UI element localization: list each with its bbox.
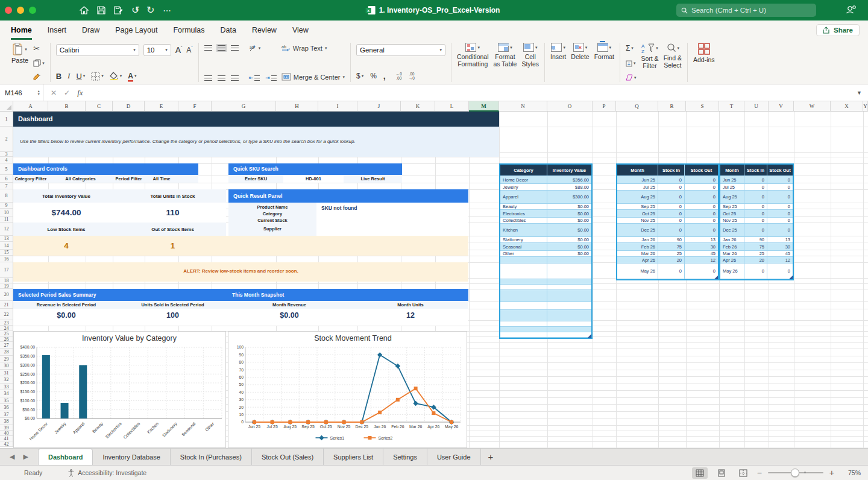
format-cells-button[interactable]: ▾ Format (594, 43, 614, 82)
table-cell[interactable]: Home Decor (500, 176, 547, 183)
table-cell[interactable]: Feb 26 (720, 243, 744, 250)
underline-button[interactable]: U▾ (76, 72, 85, 81)
table-cell[interactable]: Electronics (500, 210, 547, 217)
table-cell[interactable]: 0 (685, 210, 718, 217)
table-cell[interactable]: 12 (685, 257, 718, 263)
orientation-button[interactable]: ab ▾ (249, 44, 261, 52)
zoom-level[interactable]: 75% (840, 469, 861, 476)
ribbon-tab-draw[interactable]: Draw (82, 21, 99, 40)
addins-button[interactable]: Add-ins (693, 43, 715, 82)
table-cell[interactable]: Jewelry (500, 184, 547, 190)
table-cell[interactable] (500, 321, 547, 326)
table-cell[interactable]: 20 (744, 257, 767, 263)
column-header-K[interactable]: K (401, 101, 435, 112)
sort-filter-button[interactable]: AZ ▾ Sort &Filter (641, 43, 658, 82)
table-cell[interactable]: 25 (744, 251, 767, 256)
bar-chart[interactable]: Inventory Value by Category$0.00$50.00$1… (13, 331, 226, 448)
column-header-J[interactable]: J (357, 101, 401, 112)
table-cell[interactable]: 0 (744, 176, 767, 183)
undo-dropdown-icon[interactable]: ▾ (136, 8, 138, 13)
row-header-10[interactable]: 10 (0, 209, 13, 216)
table-cell[interactable]: 0 (767, 224, 793, 236)
table-cell[interactable] (547, 285, 591, 289)
row-header-7[interactable]: 7 (0, 183, 13, 189)
column-header-D[interactable]: D (113, 101, 145, 112)
table-cell[interactable]: 0 (658, 184, 685, 190)
period-filter-value[interactable]: All Time (145, 175, 178, 183)
sheet-tabs-prev-icon[interactable]: ◀ (10, 453, 14, 461)
sheet-tabs-next-icon[interactable]: ▶ (23, 453, 28, 461)
page-layout-view-button[interactable] (714, 467, 729, 479)
column-header-G[interactable]: G (212, 101, 276, 112)
table-cell[interactable] (547, 310, 591, 321)
row-header-31[interactable]: 31 (0, 370, 13, 376)
table-cell[interactable] (500, 290, 547, 302)
row-header-27[interactable]: 27 (0, 342, 13, 349)
column-header-A[interactable]: A (13, 101, 48, 112)
table-cell[interactable]: 0 (767, 210, 793, 217)
ribbon-tab-formulas[interactable]: Formulas (173, 21, 204, 40)
table-cell[interactable]: Kitchen (500, 224, 547, 236)
autosum-button[interactable]: Σ▾ (626, 44, 637, 52)
column-header-H[interactable]: H (276, 101, 318, 112)
table-cell[interactable]: Sep 25 (720, 204, 744, 209)
find-select-button[interactable]: ▾ Find &Select (664, 43, 682, 82)
table-cell[interactable]: 90 (744, 237, 767, 242)
ribbon-tab-view[interactable]: View (292, 21, 309, 40)
row-header-35[interactable]: 35 (0, 397, 13, 404)
column-header-F[interactable]: F (178, 101, 212, 112)
row-header-37[interactable]: 37 (0, 411, 13, 418)
align-middle-icon[interactable] (218, 45, 225, 51)
row-header-33[interactable]: 33 (0, 384, 13, 390)
table-cell[interactable] (547, 332, 591, 337)
table-cell[interactable]: Sep 25 (617, 204, 658, 209)
bold-button[interactable]: B (56, 72, 61, 81)
line-chart[interactable]: Stock Movement Trend01020304050607080901… (228, 331, 467, 448)
column-header-N[interactable]: N (499, 101, 547, 112)
table-cell[interactable]: 0 (685, 176, 718, 183)
align-right-icon[interactable] (231, 75, 239, 81)
people-icon[interactable] (845, 4, 857, 15)
table-cell[interactable]: $300.00 (547, 191, 591, 203)
table-cell[interactable] (547, 302, 591, 309)
table-cell[interactable]: 0 (767, 218, 793, 223)
decrease-indent-button[interactable]: ⇤ (249, 75, 260, 81)
table-cell[interactable]: 0 (685, 184, 718, 190)
row-header-16[interactable]: 16 (0, 256, 13, 262)
table-cell[interactable]: Beauty (500, 204, 547, 209)
align-center-icon[interactable] (218, 75, 225, 81)
name-box[interactable]: M146 ▲▼ (0, 84, 43, 101)
font-size-select[interactable]: 10▾ (143, 44, 171, 56)
page-break-view-button[interactable] (735, 467, 751, 479)
table-cell[interactable]: 75 (658, 243, 685, 250)
accessibility-status[interactable]: Accessibility: Investigate (68, 469, 146, 477)
ribbon-tab-review[interactable]: Review (252, 21, 277, 40)
table-cell[interactable]: 45 (685, 251, 718, 256)
ribbon-tab-page-layout[interactable]: Page Layout (115, 21, 157, 40)
borders-button[interactable]: ▾ (91, 72, 104, 81)
table-cell[interactable]: 0 (744, 264, 767, 279)
shrink-font-button[interactable]: Aˇ (186, 46, 192, 54)
table-cell[interactable]: 0 (685, 191, 718, 203)
table-cell[interactable]: Apr 26 (617, 257, 658, 263)
font-name-select[interactable]: Calibri▾ (56, 44, 139, 56)
zoom-out-button[interactable]: − (757, 468, 762, 478)
row-header-6[interactable]: 6 (0, 175, 13, 183)
zoom-slider[interactable] (768, 472, 823, 473)
table-cell[interactable]: 0 (685, 204, 718, 209)
row-header-5[interactable]: 5 (0, 163, 13, 175)
row-header-28[interactable]: 28 (0, 349, 13, 356)
formula-bar-expand-icon[interactable]: ▼ (857, 90, 862, 96)
format-painter-icon[interactable] (33, 73, 42, 81)
column-header-S[interactable]: S (686, 101, 719, 112)
redo-icon[interactable]: ↻ (146, 6, 154, 14)
fill-color-button[interactable]: ▾ (110, 72, 122, 80)
table-cell[interactable]: Oct 25 (720, 210, 744, 217)
table-cell[interactable]: 30 (767, 243, 793, 250)
column-header-L[interactable]: L (435, 101, 469, 112)
row-header-34[interactable]: 34 (0, 390, 13, 397)
table-resize-handle[interactable] (714, 276, 718, 279)
table-cell[interactable]: $0.00 (547, 204, 591, 209)
table-cell[interactable]: Nov 25 (617, 218, 658, 223)
table-cell[interactable]: 13 (767, 237, 793, 242)
